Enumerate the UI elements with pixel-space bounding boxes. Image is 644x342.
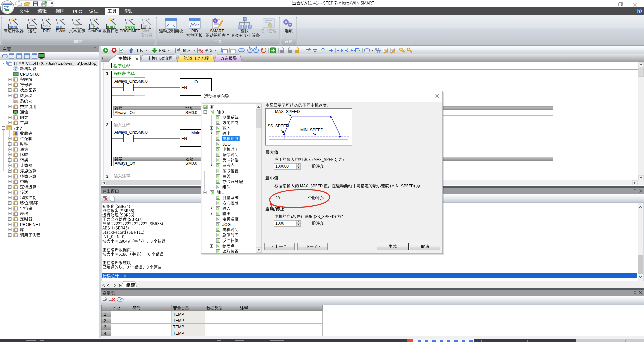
svg-text:20: 20 [275, 196, 280, 200]
svg-text:1000: 1000 [275, 221, 284, 226]
svg-text:Always_On: Always_On [115, 161, 135, 166]
svg-text:Web: Web [142, 29, 151, 33]
svg-text:SM0.0: SM0.0 [185, 161, 197, 166]
svg-text:1: 1 [106, 71, 108, 76]
svg-text:2: 2 [106, 122, 108, 127]
svg-text:PROFINET: PROFINET [20, 222, 41, 227]
svg-text:JOG: JOG [222, 222, 231, 227]
svg-text:Always_On: Always_On [115, 110, 135, 115]
svg-text:3: 3 [104, 325, 106, 329]
svg-text:?: ? [15, 67, 17, 70]
svg-text:CPU ST60: CPU ST60 [20, 72, 40, 77]
svg-text:TEMP: TEMP [173, 318, 184, 323]
svg-text:PROFINET: PROFINET [120, 29, 140, 33]
svg-text:SM0.0: SM0.0 [185, 110, 197, 115]
svg-text:Always_On:SM0.0: Always_On:SM0.0 [114, 130, 148, 135]
svg-text:TEMP: TEMP [173, 325, 184, 329]
svg-text:1: 1 [104, 312, 106, 317]
svg-text:SMART: SMART [210, 29, 224, 33]
svg-text:MAX_SPEED: MAX_SPEED [275, 109, 300, 114]
svg-text:100000: 100000 [275, 164, 289, 169]
svg-text:PID: PID [191, 29, 198, 33]
svg-text:EN: EN [181, 85, 187, 90]
svg-text:SS_SPEED: SS_SPEED [268, 124, 289, 128]
svg-text:PLC: PLC [73, 9, 82, 14]
svg-text:Always_On:SM0.0: Always_On:SM0.0 [114, 79, 148, 84]
svg-text:EN: EN [181, 136, 187, 141]
svg-text:3: 3 [106, 174, 108, 179]
svg-text:MIN_SPEED: MIN_SPEED [300, 128, 324, 132]
svg-text:Main: Main [191, 131, 200, 135]
svg-text:JOG: JOG [222, 142, 231, 147]
svg-text:PID: PID [43, 29, 50, 33]
svg-text:Get/Put: Get/Put [88, 29, 101, 33]
svg-text:4: 4 [104, 331, 106, 336]
svg-text:2: 2 [104, 318, 106, 323]
svg-text:TEMP: TEMP [173, 312, 184, 317]
svg-text:?: ? [638, 9, 640, 13]
svg-text:PWM: PWM [56, 29, 65, 33]
svg-text:TEMP: TEMP [173, 331, 184, 336]
svg-text:IO: IO [193, 80, 198, 84]
